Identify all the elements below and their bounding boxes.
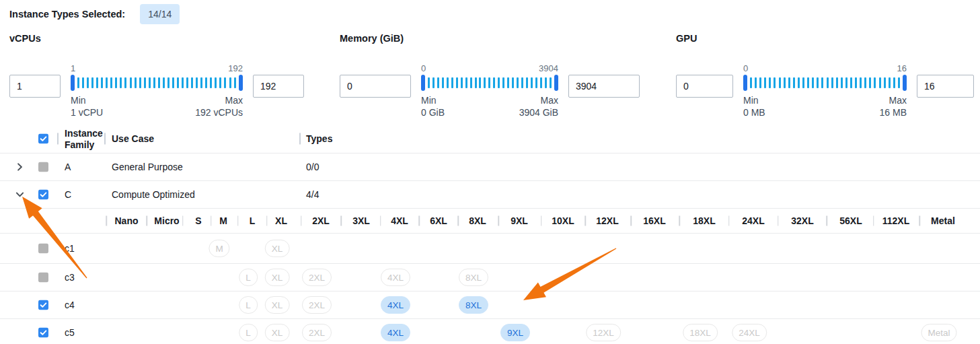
size-column-divider	[679, 216, 680, 226]
instance-checkbox-c4[interactable]	[38, 300, 48, 310]
filter-gpu-title: GPU	[676, 33, 974, 44]
gpu-max-input[interactable]	[917, 75, 974, 98]
table-header-row: Instance Family Use Case Types	[0, 125, 980, 153]
size-column-header-6xl: 6XL	[430, 215, 447, 226]
size-pill-c5-4xl[interactable]: 4XL	[381, 324, 410, 341]
size-pill-c5-18xl[interactable]: 18XL	[683, 324, 718, 341]
size-column-divider	[919, 216, 920, 226]
slider-handle-max[interactable]	[903, 75, 907, 91]
slider-handle-max[interactable]	[554, 75, 558, 91]
size-pill-c5-xl[interactable]: XL	[265, 324, 290, 341]
size-pill-c5-metal[interactable]: Metal	[921, 324, 956, 341]
size-column-header-32xl: 32XL	[791, 215, 813, 226]
size-column-header-l: L	[250, 215, 256, 226]
size-pill-c5-24xl[interactable]: 24XL	[732, 324, 767, 341]
slider-range-max-label: 16	[897, 64, 907, 73]
size-column-header-micro: Micro	[154, 215, 179, 226]
instance-row-c1: c1MXL	[0, 234, 980, 264]
vcpus-min-input[interactable]	[9, 75, 61, 98]
size-column-header-3xl: 3XL	[352, 215, 370, 226]
size-pill-c3-2xl[interactable]: 2XL	[302, 269, 332, 286]
slider-max-caption: Max192 vCPUs	[195, 94, 243, 118]
column-divider	[104, 133, 106, 145]
gpu-slider-track[interactable]	[743, 75, 907, 91]
size-column-header-nano: Nano	[115, 215, 139, 226]
size-column-divider	[585, 216, 586, 226]
instance-checkbox-c3[interactable]	[38, 273, 48, 283]
size-column-header-metal: Metal	[931, 215, 955, 226]
size-pill-c4-4xl[interactable]: 4XL	[381, 296, 410, 314]
instance-row-c5: c5LXL2XL4XL9XL12XL18XL24XLMetal	[0, 319, 980, 344]
slider-max-caption: Max3904 GiB	[519, 94, 558, 118]
filter-vcpus: vCPUs 1 192 Min1 vCPU Max192 vCPUs	[9, 33, 304, 118]
size-column-divider	[266, 216, 268, 226]
family-checkbox[interactable]	[38, 162, 48, 172]
size-pill-c3-4xl[interactable]: 4XL	[381, 269, 410, 286]
size-pill-c5-2xl[interactable]: 2XL	[302, 324, 332, 341]
slider-handle-min[interactable]	[743, 75, 747, 91]
size-column-header-18xl: 18XL	[693, 215, 715, 226]
size-column-divider	[237, 216, 239, 226]
size-pill-c3-8xl[interactable]: 8XL	[459, 269, 488, 286]
size-column-header-2xl: 2XL	[312, 215, 330, 226]
slider-handle-min[interactable]	[71, 75, 75, 91]
column-header-types: Types	[306, 133, 332, 144]
instance-checkbox-c5[interactable]	[38, 328, 48, 338]
size-column-divider	[541, 216, 542, 226]
vcpus-max-input[interactable]	[253, 75, 304, 98]
size-pill-c3-xl[interactable]: XL	[265, 269, 290, 286]
column-header-use-case: Use Case	[112, 133, 154, 144]
size-pill-c3-l[interactable]: L	[239, 269, 258, 286]
slider-ticks	[750, 77, 900, 88]
size-column-divider	[380, 216, 381, 226]
size-column-header-112xl: 112XL	[882, 215, 909, 226]
size-column-header-24xl: 24XL	[742, 215, 764, 226]
size-pill-c5-12xl[interactable]: 12XL	[586, 324, 621, 341]
types-count: 0/0	[306, 162, 319, 172]
size-pill-c5-9xl[interactable]: 9XL	[500, 324, 530, 341]
family-letter: C	[65, 189, 71, 200]
size-column-header-m: M	[219, 215, 227, 226]
expand-chevron-right-icon[interactable]	[15, 162, 25, 172]
select-all-checkbox[interactable]	[38, 134, 48, 144]
slider-ticks	[428, 77, 552, 88]
size-column-divider	[728, 216, 730, 226]
size-pill-c4-8xl[interactable]: 8XL	[459, 296, 488, 314]
instance-row-c4: c4LXL2XL4XL8XL	[0, 291, 980, 319]
collapse-chevron-down-icon[interactable]	[15, 190, 25, 200]
slider-ticks	[77, 77, 236, 88]
selected-summary-label: Instance Types Selected:	[9, 9, 125, 20]
gpu-slider: 0 16 Min0 MB Max16 MB	[743, 64, 907, 118]
size-pill-c4-2xl[interactable]: 2XL	[302, 296, 332, 314]
slider-min-caption: Min0 MB	[743, 94, 765, 118]
slider-handle-max[interactable]	[239, 75, 243, 91]
size-pill-c4-xl[interactable]: XL	[265, 296, 290, 314]
slider-range-min-label: 0	[743, 64, 748, 73]
instance-checkbox-c1[interactable]	[38, 244, 48, 254]
memory-slider-track[interactable]	[421, 75, 558, 91]
size-column-header-8xl: 8XL	[469, 215, 486, 226]
family-checkbox[interactable]	[38, 190, 48, 200]
size-column-header-xl: XL	[275, 215, 287, 226]
slider-handle-min[interactable]	[421, 75, 425, 91]
size-pill-c4-l[interactable]: L	[239, 296, 258, 314]
size-column-divider	[873, 216, 874, 226]
size-column-divider	[182, 216, 184, 226]
size-pill-c1-m[interactable]: M	[209, 240, 229, 257]
filter-memory-title: Memory (GiB)	[340, 33, 640, 44]
size-column-divider	[106, 216, 107, 226]
size-pill-c5-l[interactable]: L	[239, 324, 258, 341]
size-column-divider	[826, 216, 827, 226]
filter-vcpus-title: vCPUs	[9, 33, 304, 44]
instance-name-label: c3	[65, 272, 75, 283]
size-column-header-12xl: 12XL	[596, 215, 618, 226]
instance-name-label: c4	[65, 300, 75, 310]
vcpus-slider-track[interactable]	[71, 75, 243, 91]
memory-min-input[interactable]	[340, 75, 411, 98]
size-pill-c1-xl[interactable]: XL	[265, 240, 290, 257]
slider-min-caption: Min1 vCPU	[71, 94, 103, 118]
size-column-divider	[146, 216, 147, 226]
size-column-divider	[211, 216, 212, 226]
gpu-min-input[interactable]	[676, 75, 733, 98]
memory-max-input[interactable]	[568, 75, 640, 98]
